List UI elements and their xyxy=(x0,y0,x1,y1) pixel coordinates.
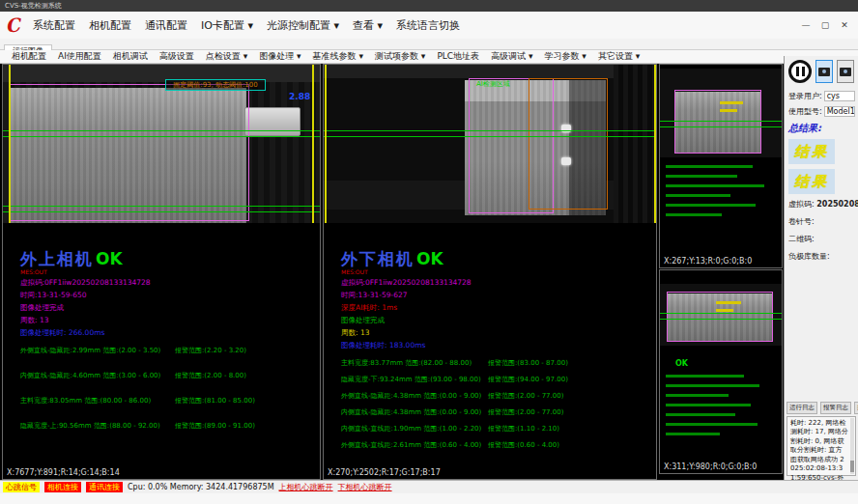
pixel-coords-readout: X:267;Y:13;R:0;G:0;B:0 xyxy=(664,257,752,266)
pixel-coords-readout: X:311;Y:980;R:0;G:0;B:0 xyxy=(664,462,757,471)
cpu-memory-readout: Cpu: 0.0% Memory: 3424.41796875M xyxy=(128,483,274,491)
connector-part xyxy=(244,107,300,136)
maximize-icon[interactable]: ▢ xyxy=(815,17,835,33)
status-ok: OK xyxy=(96,249,123,268)
comm-connect-badge: 通讯连接 xyxy=(86,482,123,492)
tab-alarm-log[interactable]: 报警日志 xyxy=(820,402,851,414)
tab-op-log[interactable]: 操作日志 xyxy=(854,402,858,414)
time-line: 时间:13-31-59-627 xyxy=(341,291,656,300)
measurement-list: 外侧直线-隐藏距:2.99mm 范围:(2.00 - 3.50)报警范围:(2.… xyxy=(20,346,320,431)
window-controls: — ▢ ✕ xyxy=(796,17,854,33)
lower-camera-heartbeat-link[interactable]: 下相机心跳断开 xyxy=(338,482,392,492)
tab-strip: 运行图像 xyxy=(0,39,858,50)
menu-light-config[interactable]: 光源控制配置 ▾ xyxy=(260,15,346,36)
qr-row: 二维码: xyxy=(788,234,855,244)
camera-view-lower[interactable]: AI检测区域 外下相机OK MES:OUT 虚拟码:0FF1iiw2025020… xyxy=(323,64,657,480)
right-sidebar: 登录用户: cys 使用型号: Model1 总结果: 结果 结果 虚拟码: 2… xyxy=(784,56,858,480)
model-input[interactable]: Model1 xyxy=(824,106,855,117)
login-user-input[interactable]: cys xyxy=(824,91,855,101)
log-box[interactable]: 耗时: 222, 网络检测耗时: 17, 网络分割耗时: 0, 网络获取分割耗时… xyxy=(786,416,856,476)
tool-spot-check[interactable]: 点检设置 ▾ xyxy=(200,50,253,63)
measurement-row: 主料宽度:83.77mm 范围:(82.00 - 88.00)报警范围:(83.… xyxy=(341,358,656,368)
tab-run-log[interactable]: 运行日志 xyxy=(786,402,817,414)
camera-image-upper[interactable]: 固定阈值:93, 动态阈值:100 2.88 xyxy=(3,65,320,223)
toolbar: 相机配置 AI使用配置 相机调试 高级设置 点检设置 ▾ 图像处理 ▾ 基准线参… xyxy=(0,50,858,64)
measurement-row: 隐藏宽度-下:93.24mm 范围:(93.00 - 98.00)报警范围:(9… xyxy=(341,375,656,384)
camera-thumb-top[interactable]: X:267;Y:13;R:0;G:0;B:0 xyxy=(659,64,783,268)
log-scrollbar[interactable] xyxy=(850,418,854,474)
heartbeat-badge: 心跳信号 xyxy=(3,482,40,492)
camera-thumb-bottom[interactable]: OK X:311;Y:980;R:0;G:0;B:0 xyxy=(659,269,783,474)
tiny-text-lines xyxy=(666,375,778,442)
neg-count-row: 负极库数量: xyxy=(788,251,855,262)
camera-select-button-2[interactable] xyxy=(837,60,854,83)
elapsed-line: 图像处理耗时: 266.00ms xyxy=(20,328,320,338)
menu-system-config[interactable]: 系统配置 xyxy=(26,15,82,36)
minimize-icon[interactable]: — xyxy=(796,17,815,33)
ai-time-line: 深度AI耗时: 1ms xyxy=(341,303,656,313)
upper-camera-heartbeat-link[interactable]: 上相机心跳断开 xyxy=(279,482,333,492)
tool-plc-table[interactable]: PLC地址表 xyxy=(431,50,485,63)
pause-button[interactable] xyxy=(788,60,812,83)
measure-value-overlay: 2.88 xyxy=(289,92,310,101)
tool-ai-config[interactable]: AI使用配置 xyxy=(52,50,107,63)
window-footer xyxy=(0,493,858,504)
elapsed-line: 图像处理耗时: 183.00ms xyxy=(341,341,656,350)
tool-other-settings[interactable]: 其它设置 ▾ xyxy=(592,50,645,63)
main-area: 固定阈值:93, 动态阈值:100 2.88 外上相机OK MES:OUT 虚拟… xyxy=(0,64,858,480)
result-block-upper: 外上相机OK MES:OUT 虚拟码:0FF1iiw20250208133134… xyxy=(3,223,320,446)
tool-test-params[interactable]: 测试项参数 ▾ xyxy=(369,50,431,63)
menu-language[interactable]: 系统语言切换 xyxy=(389,15,467,36)
count-line: 周数: 13 xyxy=(20,316,320,325)
done-line: 图像处理完成 xyxy=(20,303,320,313)
result-box-2: 结果 xyxy=(788,169,835,194)
status-bar: 心跳信号 相机连接 通讯连接 Cpu: 0.0% Memory: 3424.41… xyxy=(0,480,858,493)
measurement-row: 内侧直线-直线距:1.90mm 范围:(1.00 - 2.20)报警范围:(1.… xyxy=(341,424,656,434)
count-line: 周数: 13 xyxy=(341,328,656,338)
menu-io-config[interactable]: IO卡配置 ▾ xyxy=(194,15,260,36)
measurement-row: 外侧直线-隐藏距:2.99mm 范围:(2.00 - 3.50)报警范围:(2.… xyxy=(20,346,320,355)
result-block-lower: 外下相机OK MES:OUT 虚拟码:0FF1iiw20250208133134… xyxy=(324,223,656,457)
menu-view[interactable]: 查看 ▾ xyxy=(346,15,389,36)
measurement-row: 主料宽度:83.05mm 范围:(80.00 - 86.00)报警范围:(81.… xyxy=(20,396,320,406)
close-icon[interactable]: ✕ xyxy=(835,17,854,33)
barcode-line: 虚拟码:0FF1iiw20250208133134728 xyxy=(20,278,320,288)
camera-title: 外上相机OK xyxy=(20,248,320,270)
menu-bar: C 系统配置 相机配置 通讯配置 IO卡配置 ▾ 光源控制配置 ▾ 查看 ▾ 系… xyxy=(0,12,858,39)
log-section: 运行日志 报警日志 操作日志 耗时: 222, 网络检测耗时: 17, 网络分割… xyxy=(786,402,856,476)
app-window: CVS-视觉检测系统 C 系统配置 相机配置 通讯配置 IO卡配置 ▾ 光源控制… xyxy=(0,0,858,504)
tool-image-process[interactable]: 图像处理 ▾ xyxy=(253,50,306,63)
time-line: 时间:13-31-59-650 xyxy=(20,291,320,300)
menu-comm-config[interactable]: 通讯配置 xyxy=(138,15,194,36)
measurement-row: 外侧直线-直线距:2.61mm 范围:(0.60 - 4.00)报警范围:(0.… xyxy=(341,440,656,450)
status-ok: OK xyxy=(416,249,443,268)
roi-rect-pink xyxy=(10,84,249,221)
tool-learn-params[interactable]: 学习参数 ▾ xyxy=(539,50,592,63)
tool-baseline-params[interactable]: 基准线参数 ▾ xyxy=(307,50,369,63)
threshold-overlay: 固定阈值:93, 动态阈值:100 xyxy=(165,79,266,91)
measurement-row: 内侧直线-隐藏距:4.60mm 范围:(3.00 - 6.00)报警范围:(2.… xyxy=(20,371,320,380)
camera-select-button-1[interactable] xyxy=(815,60,833,83)
measurement-list: 主料宽度:83.77mm 范围:(82.00 - 88.00)报警范围:(83.… xyxy=(341,358,656,450)
tool-camera-config[interactable]: 相机配置 xyxy=(6,50,52,63)
camera-view-upper[interactable]: 固定阈值:93, 动态阈值:100 2.88 外上相机OK MES:OUT 虚拟… xyxy=(2,64,321,480)
login-user-row: 登录用户: cys xyxy=(788,91,855,101)
measurement-row: 内侧直线-隐藏距:4.38mm 范围:(0.00 - 9.00)报警范围:(2.… xyxy=(341,407,656,417)
camera-image-lower[interactable]: AI检测区域 xyxy=(324,65,656,223)
tiny-text-lines xyxy=(666,165,778,223)
roi-rect-orange xyxy=(529,78,608,210)
virtual-code-row: 虚拟码: 20250208 xyxy=(788,199,855,210)
pixel-coords-readout: X:7677;Y:891;R:14;G:14;B:14 xyxy=(7,468,120,477)
menu-camera-config[interactable]: 相机配置 xyxy=(82,15,138,36)
tool-camera-debug[interactable]: 相机调试 xyxy=(107,50,154,63)
log-tabs: 运行日志 报警日志 操作日志 xyxy=(786,402,856,414)
tool-advanced-settings[interactable]: 高级设置 xyxy=(154,50,200,63)
camera-connect-badge: 相机连接 xyxy=(44,482,81,492)
thumb-image xyxy=(660,69,782,157)
camera-title: 外下相机OK xyxy=(341,248,656,270)
virtual-code-value: 20250208 xyxy=(816,200,858,209)
camera-icon xyxy=(840,68,851,76)
window-titlebar: CVS-视觉检测系统 xyxy=(0,0,858,12)
needle-row: 卷针号: xyxy=(788,216,855,227)
tool-advanced-debug[interactable]: 高级调试 ▾ xyxy=(485,50,538,63)
